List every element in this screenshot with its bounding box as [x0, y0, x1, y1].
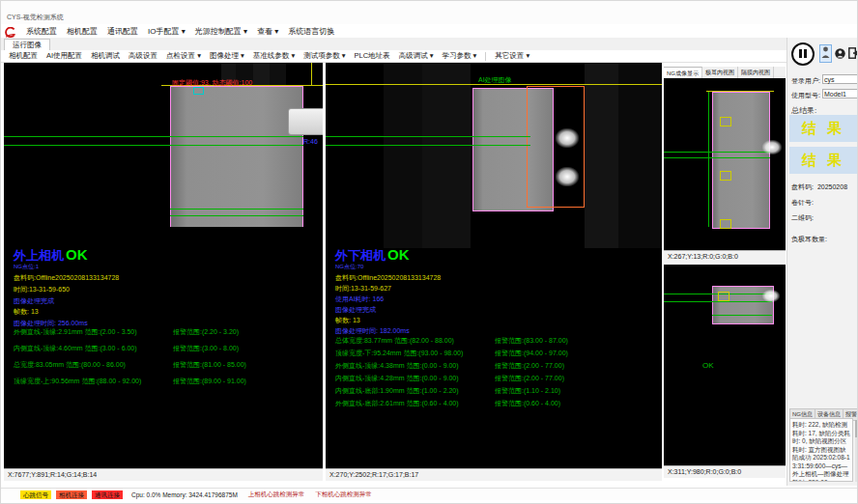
toolbar-separator	[485, 52, 486, 61]
operator-button[interactable]	[834, 44, 845, 63]
barcode-line: 盘料码:Offline20250208133134728	[335, 273, 441, 283]
tool-image-processing[interactable]: 图像处理 ▾	[210, 51, 244, 61]
camera-view-lower[interactable]: AI处理图像	[326, 63, 662, 248]
camera-name: 外下相机	[335, 248, 386, 263]
logout-button[interactable]	[847, 44, 858, 63]
toolbar: 相机配置 AI使用配置 相机调试 高级设置 点检设置 ▾ 图像处理 ▾ 基准线参…	[1, 50, 858, 63]
tool-plc-address[interactable]: PLC地址表	[355, 51, 390, 61]
tool-ai-config[interactable]: AI使用配置	[46, 51, 82, 61]
threshold-overlay-label: 固定阈值:93, 动态阈值:100	[172, 78, 252, 88]
alarm-range: 报警范围:(94.00 - 97.00)	[495, 349, 568, 358]
login-user-row: 登录用户: cys	[791, 76, 820, 86]
measurement-row: 内侧直线-顶缘:4.28mm 范围:(0.00 - 9.00) 报警范围:(2.…	[335, 374, 658, 383]
ng-point-label: NG点位:1	[14, 263, 39, 271]
glare-blob	[762, 290, 780, 302]
tab-run-image[interactable]: 运行图像	[4, 39, 50, 50]
menu-item-system-config[interactable]: 系统配置	[26, 26, 57, 37]
overlay-baseline	[664, 301, 772, 302]
application-window: CYS-视觉检测系统 系统配置 相机配置 通讯配置 IO手配置 ▾ 光源控制配置…	[0, 0, 858, 504]
measurement-value: 顶缘宽度-下:95.24mm 范围:(93.00 - 98.00)	[335, 349, 463, 358]
upper-camera-warning: 上相机心跳检测异常	[248, 490, 305, 499]
model-field[interactable]: Model1	[822, 89, 858, 98]
tool-other-settings[interactable]: 其它设置 ▾	[495, 51, 529, 61]
login-user-label: 登录用户:	[791, 77, 820, 84]
glare-blob	[762, 140, 782, 154]
time-line: 时间:13-31-59-627	[335, 284, 391, 294]
menu-item-view[interactable]: 查看 ▾	[257, 26, 278, 37]
heartbeat-status-badge: 心跳信号	[20, 490, 51, 499]
ng-point-label: NG点位:70	[335, 263, 363, 271]
login-user-field[interactable]: cys	[822, 74, 858, 84]
overlay-baseline	[664, 152, 770, 153]
window-titlebar: CYS-视觉检测系统	[1, 1, 858, 25]
operator-icon	[835, 45, 845, 63]
alarm-range: 报警范围:(2.00 - 77.00)	[495, 374, 564, 383]
tab-ng-image[interactable]: NG成像显示	[664, 67, 702, 78]
menu-item-comm-config[interactable]: 通讯配置	[107, 26, 138, 37]
alarm-range: 报警范围:(3.00 - 8.00)	[173, 344, 239, 353]
user-button[interactable]	[819, 44, 832, 63]
overlay-baseline	[4, 136, 303, 137]
tab-inner-view-2[interactable]: 隔膜内视图	[738, 67, 774, 78]
status-bar: 心跳信号 相机连接 通讯连接 Cpu: 0.0% Memory: 3424.41…	[1, 488, 858, 500]
overlay-baseline	[664, 157, 770, 158]
measurement-value: 外侧直线-顶缘:4.38mm 范围:(0.00 - 9.00)	[335, 361, 459, 371]
measurement-row: 内侧直线-底部:1.90mm 范围:(1.00 - 2.20) 报警范围:(1.…	[335, 386, 658, 396]
tool-advanced-debug[interactable]: 高级调试 ▾	[399, 51, 434, 61]
cursor-coordinates-lower: X:270;Y:2502;R:17;G:17;B:17	[326, 468, 662, 481]
camera-view-upper[interactable]: 固定阈值:93, 动态阈值:100 R:46	[4, 63, 323, 227]
overlay-marker-box	[720, 171, 731, 181]
menu-item-io-config[interactable]: IO手配置 ▾	[148, 26, 186, 37]
menu-item-camera-config[interactable]: 相机配置	[67, 26, 98, 37]
menu-item-light-config[interactable]: 光源控制配置 ▾	[195, 26, 247, 37]
measurement-value: 内侧直线-顶缘:4.28mm 范围:(0.00 - 9.00)	[335, 374, 459, 383]
measurement-value: 总宽度:83.05mm 范围:(80.00 - 86.00)	[14, 360, 126, 370]
tab-connector-blob	[288, 108, 323, 135]
measurement-row: 顶缘宽度-下:95.24mm 范围:(93.00 - 98.00) 报警范围:(…	[335, 349, 658, 358]
overlay-marker-box	[193, 87, 204, 95]
pause-button[interactable]	[791, 42, 815, 66]
measurement-value: 总体宽度:83.77mm 范围:(82.00 - 88.00)	[335, 336, 454, 346]
camera-panel-upper: 固定阈值:93, 动态阈值:100 R:46 外上相机OK NG点位:1 盘料码…	[4, 63, 323, 481]
cursor-coordinates-upper: X:7677;Y:891;R:14;G:14;B:14	[4, 468, 323, 481]
tab-strip: 运行图像	[1, 38, 858, 51]
tray-barcode-row: 盘料码: 20250208	[791, 182, 847, 192]
logout-icon	[848, 45, 858, 63]
tool-baseline-params[interactable]: 基准线参数 ▾	[253, 51, 295, 61]
alarm-range: 报警范围:(2.20 - 3.20)	[173, 327, 239, 337]
overlay-yellow-line	[311, 63, 312, 85]
glare-blob	[556, 167, 579, 186]
measurement-row: 外侧直线-顶缘:2.91mm 范围:(2.00 - 3.50) 报警范围:(2.…	[14, 327, 319, 337]
frame-count-line: 帧数: 13	[335, 316, 360, 325]
measurement-value: 顶缘宽度-上:90.56mm 范围:(88.00 - 92.00)	[14, 377, 141, 386]
overlay-baseline	[170, 215, 303, 216]
inspected-part	[712, 92, 770, 229]
tool-advanced-settings[interactable]: 高级设置	[129, 51, 157, 61]
tool-camera-config[interactable]: 相机配置	[9, 51, 38, 61]
image-background-stripe	[585, 63, 618, 248]
measurement-row: 外侧直线-顶缘:4.38mm 范围:(0.00 - 9.00) 报警范围:(2.…	[335, 361, 658, 371]
camera-connection-badge: 相机连接	[56, 490, 87, 499]
tool-spot-check[interactable]: 点检设置 ▾	[166, 51, 201, 61]
alarm-range: 报警范围:(2.00 - 77.00)	[495, 361, 564, 371]
tool-test-params[interactable]: 测试项参数 ▾	[303, 51, 345, 61]
cursor-coordinates-aux-bottom: X:311;Y:980;R:0;G:0;B:0	[664, 465, 786, 478]
control-sidebar: 登录用户: cys 使用型号: Model1 总结果: 结 果 结 果 盘料码:…	[786, 38, 858, 486]
user-icon	[821, 45, 830, 63]
aux-result-label: OK	[702, 361, 714, 370]
overlay-baseline	[4, 145, 303, 146]
tab-inner-view-1[interactable]: 极耳内视图	[702, 67, 738, 78]
aux-camera-view-top[interactable]	[664, 78, 786, 250]
tool-camera-debug[interactable]: 相机调试	[91, 51, 120, 61]
camera-name: 外上相机	[14, 248, 64, 263]
overlay-baseline	[170, 209, 303, 210]
camera-panel-lower: AI处理图像 外下相机OK NG点位:70 盘料码:Offline2025020…	[326, 63, 662, 481]
menu-item-language-switch[interactable]: 系统语言切换	[288, 26, 334, 37]
measurement-row: 顶缘宽度-上:90.56mm 范围:(88.00 - 92.00) 报警范围:(…	[14, 377, 319, 386]
image-background-stripe	[384, 63, 422, 248]
aux-camera-view-bottom[interactable]: OK	[664, 265, 786, 465]
measurement-value: 外侧直线-顶缘:2.91mm 范围:(2.00 - 3.50)	[14, 327, 137, 337]
tool-learning-params[interactable]: 学习参数 ▾	[442, 51, 476, 61]
overlay-baseline	[708, 92, 709, 227]
overlay-marker-box	[720, 219, 731, 229]
